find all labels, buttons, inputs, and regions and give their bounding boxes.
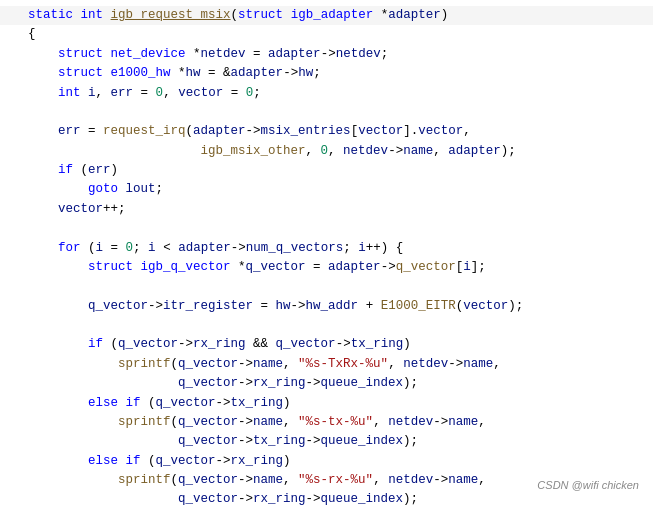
line-text: int i, err = 0, vector = 0; (28, 84, 261, 103)
line-text: for (i = 0; i < adapter->num_q_vectors; … (28, 239, 403, 258)
line-text: sprintf(q_vector->name, "%s-tx-%u", netd… (28, 413, 486, 432)
line-code-16: sprintf(q_vector->name, "%s-tx-%u", netd… (0, 413, 653, 432)
line-code-15: else if (q_vector->tx_ring) (0, 394, 653, 413)
line-blank-4 (0, 316, 653, 335)
line-text (28, 103, 36, 122)
line-text: vector++; (28, 200, 126, 219)
line-code-8: vector++; (0, 200, 653, 219)
line-text: if (err) (28, 161, 118, 180)
line-code-9: for (i = 0; i < adapter->num_q_vectors; … (0, 239, 653, 258)
line-text: q_vector->tx_ring->queue_index); (28, 432, 418, 451)
line-code-3: int i, err = 0, vector = 0; (0, 84, 653, 103)
line-text: igb_msix_other, 0, netdev->name, adapter… (28, 142, 516, 161)
line-text: if (q_vector->rx_ring && q_vector->tx_ri… (28, 335, 411, 354)
line-text: q_vector->itr_register = hw->hw_addr + E… (28, 297, 523, 316)
line-code-4: err = request_irq(adapter->msix_entries[… (0, 122, 653, 141)
line-text: q_vector->rx_ring->queue_index); (28, 490, 418, 506)
line-text: else if (q_vector->rx_ring) (28, 452, 291, 471)
line-func-header: static int igb_request_msix(struct igb_a… (0, 6, 653, 25)
line-text: struct e1000_hw *hw = &adapter->hw; (28, 64, 321, 83)
code-container: static int igb_request_msix(struct igb_a… (0, 0, 653, 506)
line-code-10: struct igb_q_vector *q_vector = adapter-… (0, 258, 653, 277)
line-code-7: goto lout; (0, 180, 653, 199)
line-code-6: if (err) (0, 161, 653, 180)
line-code-13: sprintf(q_vector->name, "%s-TxRx-%u", ne… (0, 355, 653, 374)
line-blank-3 (0, 277, 653, 296)
line-text: err = request_irq(adapter->msix_entries[… (28, 122, 471, 141)
line-code-1: struct net_device *netdev = adapter->net… (0, 45, 653, 64)
watermark: CSDN @wifi chicken (537, 477, 639, 494)
line-text: static int igb_request_msix(struct igb_a… (28, 6, 448, 25)
line-blank-1 (0, 103, 653, 122)
line-code-5: igb_msix_other, 0, netdev->name, adapter… (0, 142, 653, 161)
line-blank-2 (0, 219, 653, 238)
line-text (28, 277, 36, 296)
line-text: struct igb_q_vector *q_vector = adapter-… (28, 258, 486, 277)
line-text: sprintf(q_vector->name, "%s-rx-%u", netd… (28, 471, 486, 490)
line-text: goto lout; (28, 180, 163, 199)
line-text: struct net_device *netdev = adapter->net… (28, 45, 388, 64)
line-code-14: q_vector->rx_ring->queue_index); (0, 374, 653, 393)
line-text: { (28, 25, 36, 44)
line-text: sprintf(q_vector->name, "%s-TxRx-%u", ne… (28, 355, 501, 374)
line-text (28, 219, 36, 238)
line-text (28, 316, 36, 335)
line-text: q_vector->rx_ring->queue_index); (28, 374, 418, 393)
line-code-11: q_vector->itr_register = hw->hw_addr + E… (0, 297, 653, 316)
line-code-2: struct e1000_hw *hw = &adapter->hw; (0, 64, 653, 83)
line-text: else if (q_vector->tx_ring) (28, 394, 291, 413)
line-code-12: if (q_vector->rx_ring && q_vector->tx_ri… (0, 335, 653, 354)
line-code-18: else if (q_vector->rx_ring) (0, 452, 653, 471)
line-code-17: q_vector->tx_ring->queue_index); (0, 432, 653, 451)
line-brace: { (0, 25, 653, 44)
